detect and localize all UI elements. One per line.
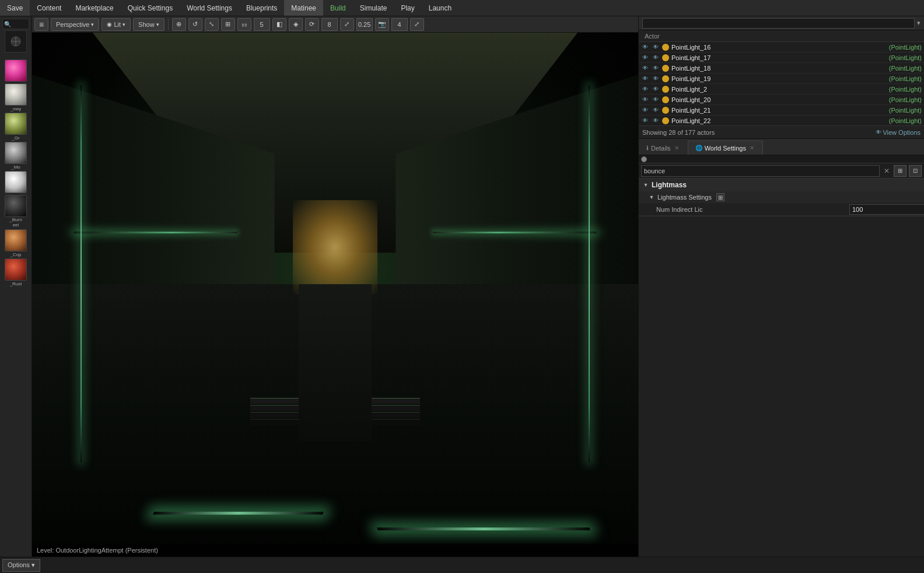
actor-lock-icon[interactable]: 👁 xyxy=(652,75,660,83)
actor-type-icon xyxy=(662,65,669,72)
actor-type-label: (PointLight) xyxy=(889,117,922,124)
list-item[interactable]: _owy xyxy=(2,83,29,111)
lightmass-section-header[interactable]: ▼ Lightmass xyxy=(639,179,924,191)
actor-visibility-icon[interactable]: 👁 xyxy=(641,75,649,83)
actor-lock-icon[interactable]: 👁 xyxy=(652,64,660,72)
search-options-btn[interactable]: ⊡ xyxy=(909,165,922,177)
actor-lock-icon[interactable]: 👁 xyxy=(652,106,660,114)
search-grid-btn[interactable]: ⊞ xyxy=(894,165,907,177)
camera-speed-btn[interactable]: ◈ xyxy=(289,18,303,31)
lightmass-collapse-arrow: ▼ xyxy=(642,181,649,188)
table-row[interactable]: 👁👁PointLight_21(PointLight) xyxy=(639,105,924,116)
actor-visibility-icon[interactable]: 👁 xyxy=(641,64,649,72)
scale-btn[interactable]: ⤡ xyxy=(205,18,219,31)
table-row[interactable]: 👁👁PointLight_18(PointLight) xyxy=(639,63,924,74)
menu-blueprints[interactable]: Blueprints xyxy=(239,0,284,16)
table-row[interactable]: 👁👁PointLight_16(PointLight) xyxy=(639,42,924,53)
list-item[interactable]: _Gr xyxy=(2,113,29,141)
translate-btn[interactable]: ⊕ xyxy=(172,18,186,31)
actor-visibility-icon[interactable]: 👁 xyxy=(641,117,649,125)
actor-visibility-icon[interactable]: 👁 xyxy=(641,96,649,104)
actor-visibility-icon[interactable]: 👁 xyxy=(641,106,649,114)
table-row[interactable]: 👁👁PointLight_20(PointLight) xyxy=(639,95,924,105)
menu-matinee[interactable]: Matinee xyxy=(284,0,323,16)
scale-snap-value: 0.25 xyxy=(356,18,373,31)
actor-type-label: (PointLight) xyxy=(889,54,922,61)
details-search-input[interactable] xyxy=(641,165,880,177)
actor-lock-icon[interactable]: 👁 xyxy=(652,96,660,104)
actor-visibility-icon[interactable]: 👁 xyxy=(641,54,649,62)
table-row[interactable]: 👁👁PointLight_2(PointLight) xyxy=(639,84,924,95)
table-row[interactable]: 👁👁PointLight_19(PointLight) xyxy=(639,74,924,84)
menu-content[interactable]: Content xyxy=(30,0,68,16)
material-list: _owy _Gr _Mo _Burn eel xyxy=(0,57,32,557)
tab-world-settings-close[interactable]: ✕ xyxy=(748,145,755,152)
light-strip-floor-right xyxy=(377,527,590,530)
actor-type-icon xyxy=(662,75,669,82)
maximize-btn[interactable]: ⤢ xyxy=(410,18,424,31)
surface-snap-btn[interactable]: ◧ xyxy=(272,18,286,31)
viewport-perspective-btn[interactable]: Perspective ▾ xyxy=(51,18,99,31)
viewport-lit-btn[interactable]: ◉ Lit ▾ xyxy=(102,18,131,31)
rotate-btn[interactable]: ↺ xyxy=(188,18,202,31)
menu-save[interactable]: Save xyxy=(0,0,30,16)
actor-lock-icon[interactable]: 👁 xyxy=(652,43,660,51)
tab-details[interactable]: ℹ Details ✕ xyxy=(639,141,688,155)
list-item[interactable] xyxy=(2,171,29,194)
outliner: ▾ Actor 👁👁PointLight_16(PointLight)👁👁Poi… xyxy=(639,16,924,139)
details-panel: ℹ Details ✕ 🌐 World Settings ✕ xyxy=(639,139,924,557)
menu-simulate[interactable]: Simulate xyxy=(353,0,394,16)
menu-quick-settings[interactable]: Quick Settings xyxy=(121,0,180,16)
outliner-header: ▾ xyxy=(639,16,924,30)
camera-icon-btn[interactable]: 📷 xyxy=(375,18,389,31)
menu-world-settings[interactable]: World Settings xyxy=(180,0,239,16)
menu-play[interactable]: Play xyxy=(394,0,421,16)
left-search[interactable]: 🔍 xyxy=(2,19,29,29)
list-item[interactable] xyxy=(2,60,29,82)
view-options-button[interactable]: 👁 View Options xyxy=(876,129,921,136)
material-thumb-white xyxy=(5,171,27,193)
num-indirect-light-value-container: ▲ ▼ ↺ xyxy=(849,204,919,215)
column-header-actor: Actor xyxy=(642,33,921,40)
world-local-btn[interactable]: ⊞ xyxy=(221,18,235,31)
outliner-count: Showing 28 of 177 actors xyxy=(642,129,715,136)
options-button[interactable]: Options ▾ xyxy=(2,559,40,572)
actor-list[interactable]: 👁👁PointLight_16(PointLight)👁👁PointLight_… xyxy=(639,42,924,125)
table-row[interactable]: 👁👁PointLight_22(PointLight) xyxy=(639,116,924,125)
actor-lock-icon[interactable]: 👁 xyxy=(652,85,660,93)
menu-bar: Save Content Marketplace Quick Settings … xyxy=(0,0,924,16)
window-glow xyxy=(293,200,377,295)
rotate-snap-btn[interactable]: ⟳ xyxy=(305,18,319,31)
center-pillar xyxy=(299,284,372,441)
scale-snap-btn[interactable]: ⤢ xyxy=(340,18,354,31)
left-search-input[interactable] xyxy=(11,21,27,27)
snap-btn[interactable]: ⚏ xyxy=(237,18,251,31)
list-item[interactable]: _Rust xyxy=(2,258,29,286)
properties-area: ▼ Lightmass ▼ Lightmass Settings ⊞ Num I… xyxy=(639,179,924,557)
menu-build[interactable]: Build xyxy=(323,0,353,16)
actor-lock-icon[interactable]: 👁 xyxy=(652,54,660,62)
lightmass-settings-subsection[interactable]: ▼ Lightmass Settings ⊞ xyxy=(639,191,924,203)
list-item[interactable]: _Mo xyxy=(2,142,29,170)
viewport-menu-btn[interactable]: ≡ xyxy=(34,18,48,31)
lightmass-section-label: Lightmass xyxy=(652,181,687,189)
tab-world-settings[interactable]: 🌐 World Settings ✕ xyxy=(688,141,763,155)
list-item[interactable]: _Cop xyxy=(2,229,29,257)
search-clear-btn[interactable]: ✕ xyxy=(882,166,891,176)
actor-visibility-icon[interactable]: 👁 xyxy=(641,85,649,93)
actor-visibility-icon[interactable]: 👁 xyxy=(641,43,649,51)
tab-details-close[interactable]: ✕ xyxy=(673,145,680,152)
num-indirect-light-input[interactable] xyxy=(849,204,924,215)
actor-lock-icon[interactable]: 👁 xyxy=(652,117,660,125)
viewport-canvas[interactable]: Level: OutdoorLightingAttempt (Persisten… xyxy=(32,33,638,557)
lightmass-settings-expand-btn[interactable]: ⊞ xyxy=(716,193,724,201)
viewport-show-btn[interactable]: Show ▾ xyxy=(133,18,164,31)
material-label: _Burn eel xyxy=(9,218,22,228)
menu-launch[interactable]: Launch xyxy=(422,0,459,16)
actor-name-label: PointLight_21 xyxy=(671,107,887,114)
table-row[interactable]: 👁👁PointLight_17(PointLight) xyxy=(639,53,924,63)
list-item[interactable]: _Burn eel xyxy=(2,195,29,228)
outliner-filter-btn[interactable]: ▾ xyxy=(917,19,921,27)
outliner-search-input[interactable] xyxy=(642,18,915,29)
menu-marketplace[interactable]: Marketplace xyxy=(68,0,120,16)
